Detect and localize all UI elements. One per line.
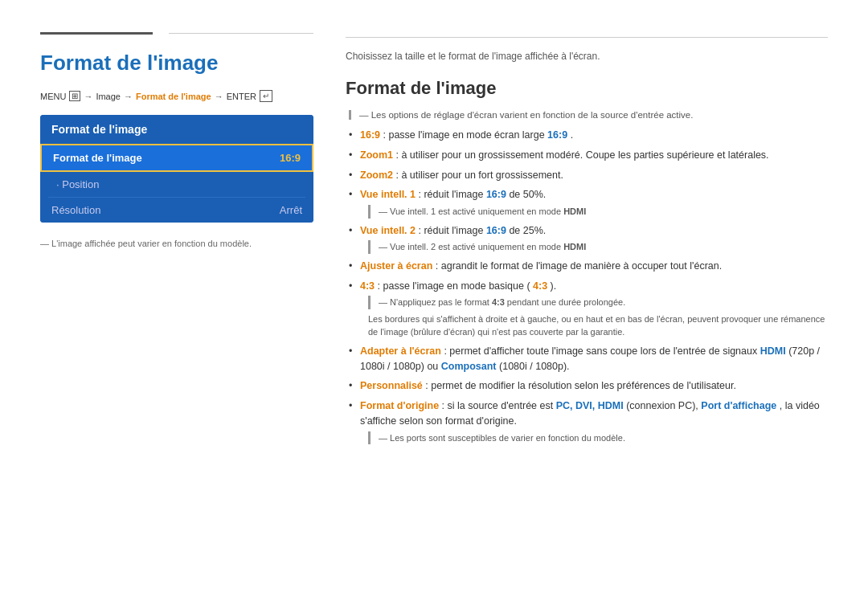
item-origine-label: Format d'origine bbox=[360, 400, 439, 411]
list-item-zoom1: Zoom1 : à utiliser pour un grossissement… bbox=[346, 148, 828, 163]
item-zoom2-label: Zoom2 bbox=[360, 170, 393, 181]
item-vue1-subnote: ― Vue intell. 1 est activé uniquement en… bbox=[368, 205, 828, 219]
item-origine-pc: PC, DVI, HDMI bbox=[556, 400, 624, 411]
item-zoom2-text: : à utiliser pour un fort grossissement. bbox=[395, 170, 563, 181]
right-note: ― Les options de réglage d'écran varient… bbox=[349, 110, 828, 120]
left-footnote: ― L'image affichée peut varier en foncti… bbox=[40, 239, 313, 248]
list-item-vue2: Vue intell. 2 : réduit l'image 16:9 de 2… bbox=[346, 223, 828, 254]
item-43-label: 4:3 bbox=[360, 280, 375, 292]
enter-icon: ↵ bbox=[260, 90, 272, 102]
item-vue2-label: Vue intell. 2 bbox=[360, 225, 416, 236]
item-43-ref: 4:3 bbox=[533, 280, 547, 292]
right-section-title: Format de l'image bbox=[346, 78, 828, 99]
left-column: Format de l'image MENU ⊞ → Image → Forma… bbox=[40, 32, 313, 449]
item-vue2-text1: : réduit l'image bbox=[419, 225, 486, 236]
item-origine-text1: : si la source d'entrée est bbox=[442, 400, 556, 411]
item-origine-subnote: ― Les ports sont susceptibles de varier … bbox=[368, 431, 828, 445]
nav-arrow-3: → bbox=[215, 92, 223, 101]
item-43-text1: : passe l'image en mode basique ( bbox=[378, 280, 530, 292]
item-43-warn2: Les bordures qui s'affichent à droite et… bbox=[368, 313, 828, 339]
item-vue1-text1: : réduit l'image bbox=[419, 189, 486, 200]
item-16-9-label: 16:9 bbox=[360, 129, 380, 141]
menu-selected-item[interactable]: Format de l'image 16:9 bbox=[40, 144, 313, 172]
menu-box-header: Format de l'image bbox=[40, 115, 313, 144]
feature-list: 16:9 : passe l'image en mode écran large… bbox=[346, 128, 828, 444]
list-item-vue1: Vue intell. 1 : réduit l'image 16:9 de 5… bbox=[346, 187, 828, 218]
item-adapter-comp: Composant bbox=[441, 361, 497, 372]
item-origine-text2: (connexion PC), bbox=[626, 400, 701, 411]
item-vue1-label: Vue intell. 1 bbox=[360, 189, 416, 200]
menu-item-position[interactable]: · Position bbox=[40, 172, 313, 197]
item-43-text2: ). bbox=[551, 280, 557, 292]
menu-nav: MENU ⊞ → Image → Format de l'image → ENT… bbox=[40, 90, 313, 102]
top-bar-line-left bbox=[40, 32, 153, 35]
nav-item-format: Format de l'image bbox=[136, 92, 211, 101]
top-bar bbox=[40, 32, 313, 35]
item-vue2-text2: de 25%. bbox=[509, 225, 546, 236]
menu-item-resolution[interactable]: Résolution Arrêt bbox=[40, 198, 313, 223]
menu-icon: ⊞ bbox=[69, 91, 80, 101]
item-adapter-text3: (1080i / 1080p). bbox=[499, 361, 570, 372]
page-container: Format de l'image MENU ⊞ → Image → Forma… bbox=[0, 0, 868, 481]
item-vue1-text2: de 50%. bbox=[509, 189, 546, 200]
list-item-ajuster: Ajuster à écran : agrandit le format de … bbox=[346, 259, 828, 274]
item-43-warn1: ― N'appliquez pas le format 4:3 pendant … bbox=[368, 296, 828, 309]
resolution-label: Résolution bbox=[51, 204, 100, 216]
item-zoom1-label: Zoom1 bbox=[360, 149, 393, 161]
item-perso-label: Personnalisé bbox=[360, 380, 423, 391]
menu-box: Format de l'image Format de l'image 16:9… bbox=[40, 115, 313, 223]
item-vue2-subnote: ― Vue intell. 2 est activé uniquement en… bbox=[368, 240, 828, 254]
item-vue2-ref: 16:9 bbox=[486, 225, 506, 236]
right-column: Choisissez la taille et le format de l'i… bbox=[346, 32, 828, 449]
item-ajuster-label: Ajuster à écran bbox=[360, 260, 432, 272]
selected-item-value: 16:9 bbox=[280, 152, 301, 164]
resolution-value: Arrêt bbox=[280, 204, 302, 216]
item-ajuster-text: : agrandit le format de l'image de maniè… bbox=[436, 260, 722, 272]
menu-label: MENU bbox=[40, 92, 66, 101]
top-bar-line-right bbox=[169, 33, 313, 34]
list-item-zoom2: Zoom2 : à utiliser pour un fort grossiss… bbox=[346, 168, 828, 183]
item-16-9-ref: 16:9 bbox=[547, 129, 567, 141]
item-16-9-text1: : passe l'image en mode écran large bbox=[383, 129, 548, 141]
page-title: Format de l'image bbox=[40, 51, 313, 76]
right-top-line bbox=[346, 37, 828, 38]
right-intro: Choisissez la taille et le format de l'i… bbox=[346, 51, 828, 62]
list-item-169: 16:9 : passe l'image en mode écran large… bbox=[346, 128, 828, 143]
list-item-personnalise: Personnalisé : permet de modifier la rés… bbox=[346, 378, 828, 394]
item-zoom1-text: : à utiliser pour un grossissement modér… bbox=[395, 149, 768, 161]
item-vue1-ref: 16:9 bbox=[486, 189, 506, 200]
item-adapter-hdmi: HDMI bbox=[760, 345, 786, 357]
item-adapter-label: Adapter à l'écran bbox=[360, 345, 441, 357]
selected-item-label: Format de l'image bbox=[53, 152, 142, 164]
list-item-format-origine: Format d'origine : si la source d'entrée… bbox=[346, 398, 828, 444]
item-origine-port: Port d'affichage bbox=[701, 400, 776, 411]
item-16-9-end: . bbox=[571, 129, 573, 141]
item-adapter-text1: : permet d'afficher toute l'image sans c… bbox=[444, 345, 760, 357]
nav-item-image: Image bbox=[96, 92, 121, 101]
nav-arrow-2: → bbox=[124, 92, 133, 101]
list-item-43: 4:3 : passe l'image en mode basique ( 4:… bbox=[346, 279, 828, 339]
nav-arrow-1: → bbox=[84, 92, 92, 101]
nav-enter-label: ENTER bbox=[227, 92, 256, 101]
item-perso-text: : permet de modifier la résolution selon… bbox=[425, 380, 736, 391]
list-item-adapter: Adapter à l'écran : permet d'afficher to… bbox=[346, 344, 828, 374]
